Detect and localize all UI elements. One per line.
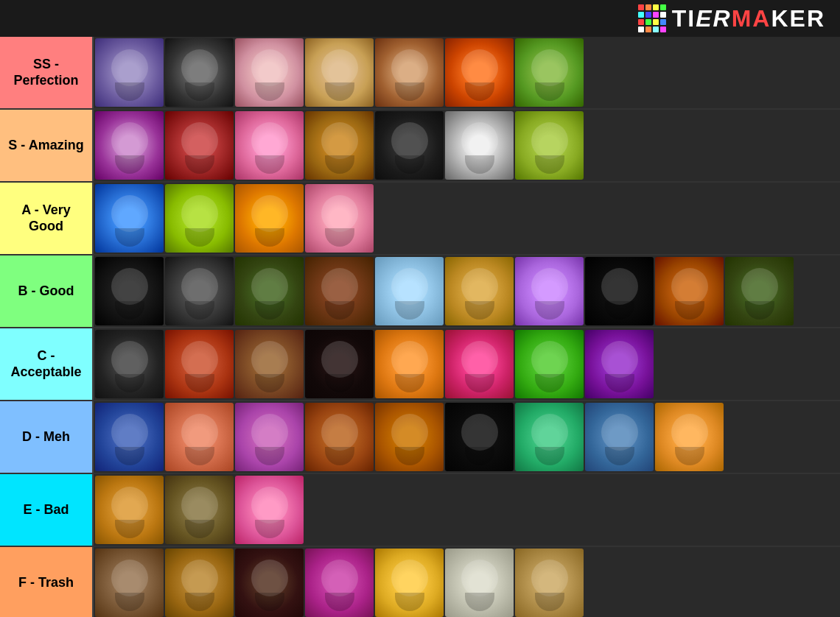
- logo: TiERMAKER: [638, 4, 825, 32]
- logo-cell: [653, 12, 659, 18]
- logo-cell: [638, 19, 644, 25]
- logo-cell: [638, 4, 644, 10]
- list-item[interactable]: [305, 549, 374, 617]
- tier-label-c: C - Acceptable: [0, 328, 92, 400]
- tier-label-e: E - Bad: [0, 474, 92, 546]
- logo-cell: [645, 12, 651, 18]
- list-item[interactable]: [515, 330, 584, 398]
- list-item[interactable]: [95, 549, 164, 617]
- list-item[interactable]: [515, 549, 584, 617]
- list-item[interactable]: [235, 257, 304, 325]
- list-item[interactable]: [235, 549, 304, 617]
- list-item[interactable]: [375, 257, 444, 325]
- tier-row-ss: SS - Perfection: [0, 37, 840, 110]
- list-item[interactable]: [375, 403, 444, 471]
- list-item[interactable]: [655, 403, 724, 471]
- tier-items-d: [92, 401, 840, 473]
- logo-cell: [660, 27, 666, 32]
- list-item[interactable]: [445, 38, 514, 107]
- list-item[interactable]: [165, 38, 234, 107]
- list-item[interactable]: [515, 403, 584, 471]
- tier-row-a: A - Very Good: [0, 183, 840, 255]
- list-item[interactable]: [165, 476, 234, 544]
- list-item[interactable]: [305, 184, 374, 253]
- list-item[interactable]: [515, 257, 584, 325]
- list-item[interactable]: [95, 111, 164, 180]
- list-item[interactable]: [375, 549, 444, 617]
- header: TiERMAKER: [0, 0, 840, 37]
- tier-label-ss: SS - Perfection: [0, 37, 92, 108]
- logo-cell: [653, 27, 659, 32]
- tier-row-s: S - Amazing: [0, 110, 840, 183]
- tier-items-b: [92, 255, 840, 327]
- list-item[interactable]: [235, 184, 304, 253]
- tier-row-b: B - Good: [0, 255, 840, 328]
- logo-cell: [638, 12, 644, 18]
- tier-items-e: [92, 474, 840, 546]
- list-item[interactable]: [515, 38, 584, 107]
- list-item[interactable]: [375, 111, 444, 180]
- list-item[interactable]: [445, 549, 514, 617]
- list-item[interactable]: [95, 184, 164, 253]
- list-item[interactable]: [585, 330, 654, 398]
- logo-cell: [653, 19, 659, 25]
- list-item[interactable]: [165, 257, 234, 325]
- tier-items-a: [92, 183, 840, 254]
- list-item[interactable]: [165, 330, 234, 398]
- logo-cell: [645, 27, 651, 32]
- logo-cell: [645, 4, 651, 10]
- list-item[interactable]: [305, 111, 374, 180]
- list-item[interactable]: [235, 111, 304, 180]
- tier-items-ss: [92, 37, 840, 108]
- list-item[interactable]: [165, 111, 234, 180]
- list-item[interactable]: [305, 403, 374, 471]
- list-item[interactable]: [235, 476, 304, 544]
- list-item[interactable]: [235, 403, 304, 471]
- list-item[interactable]: [95, 476, 164, 544]
- logo-text: TiERMAKER: [672, 5, 825, 32]
- tier-label-a: A - Very Good: [0, 183, 92, 254]
- tier-label-b: B - Good: [0, 255, 92, 327]
- list-item[interactable]: [305, 330, 374, 398]
- list-item[interactable]: [585, 257, 654, 325]
- logo-cell: [638, 27, 644, 32]
- list-item[interactable]: [235, 330, 304, 398]
- logo-cell: [660, 4, 666, 10]
- list-item[interactable]: [95, 38, 164, 107]
- list-item[interactable]: [235, 38, 304, 107]
- tier-row-f: F - Trash: [0, 547, 840, 617]
- tier-row-d: D - Meh: [0, 401, 840, 474]
- logo-grid-icon: [638, 4, 666, 32]
- logo-cell: [645, 19, 651, 25]
- tier-label-d: D - Meh: [0, 401, 92, 473]
- list-item[interactable]: [165, 549, 234, 617]
- logo-cell: [660, 19, 666, 25]
- list-item[interactable]: [375, 330, 444, 398]
- list-item[interactable]: [445, 330, 514, 398]
- tiermaker-app: TiERMAKER SS - Perfection S - Amazing: [0, 0, 840, 617]
- list-item[interactable]: [375, 38, 444, 107]
- list-item[interactable]: [445, 257, 514, 325]
- logo-cell: [653, 4, 659, 10]
- tier-items-s: [92, 110, 840, 181]
- list-item[interactable]: [165, 403, 234, 471]
- list-item[interactable]: [95, 403, 164, 471]
- list-item[interactable]: [305, 257, 374, 325]
- list-item[interactable]: [445, 111, 514, 180]
- tier-row-c: C - Acceptable: [0, 328, 840, 401]
- list-item[interactable]: [655, 257, 724, 325]
- tiers-container: SS - Perfection S - Amazing: [0, 37, 840, 617]
- logo-cell: [660, 12, 666, 18]
- list-item[interactable]: [585, 403, 654, 471]
- tier-items-c: [92, 328, 840, 400]
- list-item[interactable]: [515, 111, 584, 180]
- tier-label-s: S - Amazing: [0, 110, 92, 181]
- list-item[interactable]: [725, 257, 794, 325]
- tier-items-f: [92, 547, 840, 617]
- list-item[interactable]: [305, 38, 374, 107]
- list-item[interactable]: [95, 330, 164, 398]
- list-item[interactable]: [445, 403, 514, 471]
- list-item[interactable]: [165, 184, 234, 253]
- tier-row-e: E - Bad: [0, 474, 840, 547]
- list-item[interactable]: [95, 257, 164, 325]
